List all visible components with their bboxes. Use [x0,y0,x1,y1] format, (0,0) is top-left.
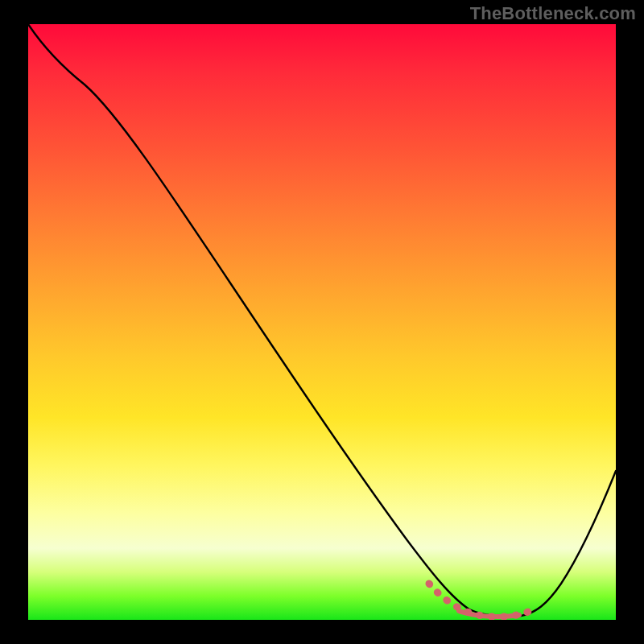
bottleneck-curve [28,24,616,617]
watermark-text: TheBottleneck.com [470,3,636,24]
plot-area [28,24,616,620]
curve-layer [28,24,616,620]
chart-frame: TheBottleneck.com [0,0,644,644]
